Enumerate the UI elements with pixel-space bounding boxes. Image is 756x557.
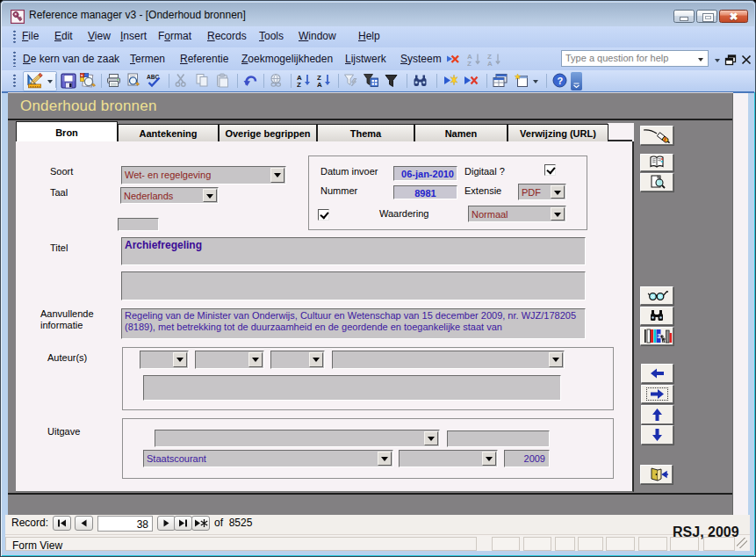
svg-text:Z: Z bbox=[467, 60, 472, 67]
svg-text:?: ? bbox=[557, 76, 563, 86]
svg-text:A: A bbox=[487, 60, 493, 67]
svg-text:A: A bbox=[317, 81, 322, 88]
svg-text:Z: Z bbox=[297, 81, 301, 88]
